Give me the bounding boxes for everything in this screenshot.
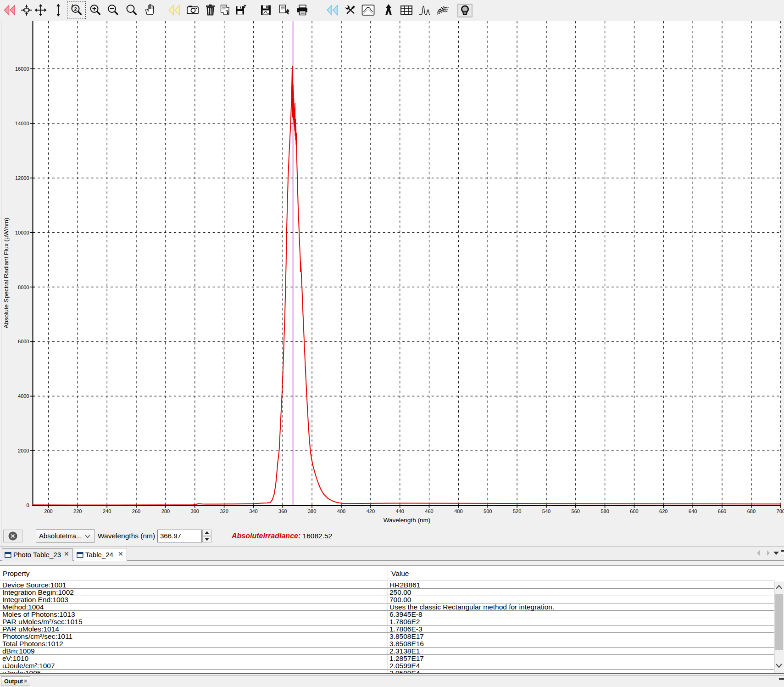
svg-text:460: 460	[425, 508, 433, 514]
svg-text:14000: 14000	[15, 121, 29, 126]
svg-text:620: 620	[659, 508, 667, 514]
svg-text:440: 440	[396, 508, 404, 514]
svg-text:2000: 2000	[18, 448, 29, 453]
svg-text:12000: 12000	[15, 175, 29, 181]
svg-text:6000: 6000	[18, 339, 29, 344]
svg-text:540: 540	[542, 508, 550, 514]
svg-text:260: 260	[132, 508, 140, 514]
svg-text:2: 2	[74, 6, 77, 12]
svg-text:16000: 16000	[15, 66, 29, 72]
svg-text:220: 220	[73, 508, 82, 514]
svg-text:700: 700	[777, 508, 784, 514]
svg-text:380: 380	[308, 508, 316, 514]
svg-text:600: 600	[630, 508, 638, 514]
svg-text:680: 680	[747, 508, 756, 514]
svg-text:580: 580	[601, 508, 609, 514]
svg-text:560: 560	[572, 508, 580, 514]
svg-text:340: 340	[249, 508, 257, 514]
svg-text:240: 240	[103, 508, 111, 514]
svg-text:0: 0	[26, 503, 29, 508]
svg-text:200: 200	[44, 508, 52, 514]
svg-text:520: 520	[513, 508, 521, 514]
svg-text:8000: 8000	[18, 285, 29, 290]
svg-text:Absolute Spectral Radiant Flux: Absolute Spectral Radiant Flux (µW/nm)	[3, 218, 10, 328]
svg-text:420: 420	[367, 508, 375, 514]
svg-text:Wavelength (nm): Wavelength (nm)	[384, 517, 430, 524]
svg-text:300: 300	[191, 508, 199, 514]
svg-text:360: 360	[278, 508, 287, 514]
svg-text:480: 480	[454, 508, 462, 514]
svg-text:320: 320	[220, 508, 228, 514]
svg-text:280: 280	[161, 508, 170, 514]
svg-text:660: 660	[718, 508, 726, 514]
svg-text:640: 640	[689, 508, 697, 514]
svg-text:500: 500	[484, 508, 492, 514]
svg-text:10000: 10000	[15, 230, 29, 235]
svg-text:4000: 4000	[18, 393, 29, 399]
svg-text:400: 400	[337, 508, 345, 514]
